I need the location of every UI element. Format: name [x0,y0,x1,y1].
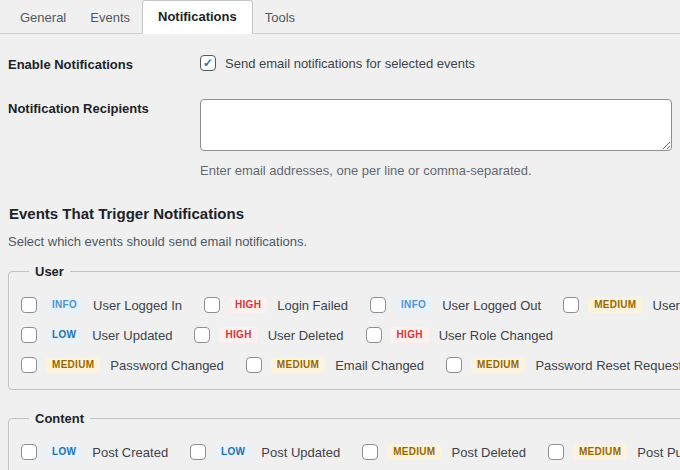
event-checkbox-item[interactable]: LOWPost Updated [190,444,340,460]
event-checkbox-item[interactable]: LOWPost Created [21,444,168,460]
enable-notifications-label: Enable Notifications [8,55,200,72]
event-label: User Logged Out [442,298,541,313]
tab-events[interactable]: Events [78,2,142,33]
event-label: User Created [653,298,680,313]
events-section-subtitle: Select which events should send email no… [8,234,672,249]
notification-recipients-input[interactable] [200,99,672,151]
event-checkbox-item[interactable]: MEDIUMEmail Changed [246,357,424,373]
event-checkbox[interactable] [21,297,37,313]
event-row: MEDIUMPassword ChangedMEDIUMEmail Change… [21,357,680,373]
event-checkbox[interactable] [366,327,382,343]
notification-recipients-help: Enter email addresses, one per line or c… [200,163,672,178]
severity-badge: MEDIUM [573,444,627,460]
event-checkbox-item[interactable]: MEDIUMPost Published [548,444,680,460]
event-checkbox-item[interactable]: HIGHUser Deleted [194,327,343,343]
event-checkbox-item[interactable]: INFOUser Logged In [21,297,182,313]
event-label: Login Failed [277,298,348,313]
notifications-settings-panel: Enable Notifications Send email notifica… [0,55,680,470]
event-checkbox[interactable] [370,297,386,313]
event-checkbox[interactable] [446,357,462,373]
severity-badge: INFO [395,297,432,313]
event-checkbox[interactable] [563,297,579,313]
event-label: Post Published [637,445,680,460]
event-checkbox[interactable] [204,297,220,313]
severity-badge: LOW [46,444,82,460]
severity-badge: MEDIUM [471,357,525,373]
severity-badge: MEDIUM [271,357,325,373]
severity-badge: INFO [46,297,83,313]
severity-badge: MEDIUM [588,297,642,313]
event-groups: UserINFOUser Logged InHIGHLogin FailedIN… [8,264,672,470]
event-label: Password Changed [110,358,223,373]
event-checkbox-item[interactable]: INFOUser Logged Out [370,297,541,313]
event-label: Post Created [92,445,168,460]
severity-badge: HIGH [219,327,257,343]
event-row: LOWUser UpdatedHIGHUser DeletedHIGHUser … [21,327,680,343]
notification-recipients-row: Notification Recipients Enter email addr… [8,99,672,178]
event-checkbox-item[interactable]: MEDIUMPost Deleted [362,444,526,460]
event-group-content: ContentLOWPost CreatedLOWPost UpdatedMED… [8,411,680,470]
enable-notifications-row: Enable Notifications Send email notifica… [8,55,672,72]
event-label: User Logged In [93,298,182,313]
enable-notifications-checkbox[interactable] [200,55,216,71]
event-label: User Updated [92,328,172,343]
event-label: Password Reset Requested [535,358,680,373]
settings-tabbar: General Events Notifications Tools [0,0,680,34]
event-row: LOWPost CreatedLOWPost UpdatedMEDIUMPost… [21,444,680,460]
event-group-user: UserINFOUser Logged InHIGHLogin FailedIN… [8,264,680,390]
event-label: Post Deleted [451,445,525,460]
severity-badge: HIGH [391,327,429,343]
severity-badge: HIGH [229,297,267,313]
event-label: Email Changed [335,358,424,373]
tab-tools[interactable]: Tools [253,2,307,33]
event-checkbox[interactable] [21,327,37,343]
event-checkbox-item[interactable]: HIGHLogin Failed [204,297,348,313]
event-row: INFOUser Logged InHIGHLogin FailedINFOUs… [21,297,680,313]
severity-badge: LOW [46,327,82,343]
severity-badge: LOW [215,444,251,460]
event-checkbox-item[interactable]: MEDIUMPassword Reset Requested [446,357,680,373]
event-group-title: Content [29,411,90,426]
event-checkbox[interactable] [190,444,206,460]
severity-badge: MEDIUM [46,357,100,373]
enable-notifications-checkbox-label: Send email notifications for selected ev… [225,56,475,71]
event-label: Post Updated [261,445,340,460]
severity-badge: MEDIUM [387,444,441,460]
event-checkbox[interactable] [21,444,37,460]
event-checkbox[interactable] [548,444,564,460]
tab-notifications[interactable]: Notifications [142,0,253,34]
events-section-title: Events That Trigger Notifications [9,205,672,222]
event-checkbox-item[interactable]: LOWUser Updated [21,327,172,343]
event-group-title: User [29,264,70,279]
event-checkbox-item[interactable]: MEDIUMPassword Changed [21,357,224,373]
event-label: User Deleted [268,328,344,343]
event-label: User Role Changed [439,328,553,343]
notification-recipients-label: Notification Recipients [8,99,200,116]
tab-general[interactable]: General [8,2,78,33]
event-checkbox[interactable] [246,357,262,373]
event-checkbox[interactable] [194,327,210,343]
event-checkbox[interactable] [362,444,378,460]
enable-notifications-field[interactable]: Send email notifications for selected ev… [200,55,672,71]
event-checkbox[interactable] [21,357,37,373]
event-checkbox-item[interactable]: MEDIUMUser Created [563,297,680,313]
event-checkbox-item[interactable]: HIGHUser Role Changed [366,327,553,343]
